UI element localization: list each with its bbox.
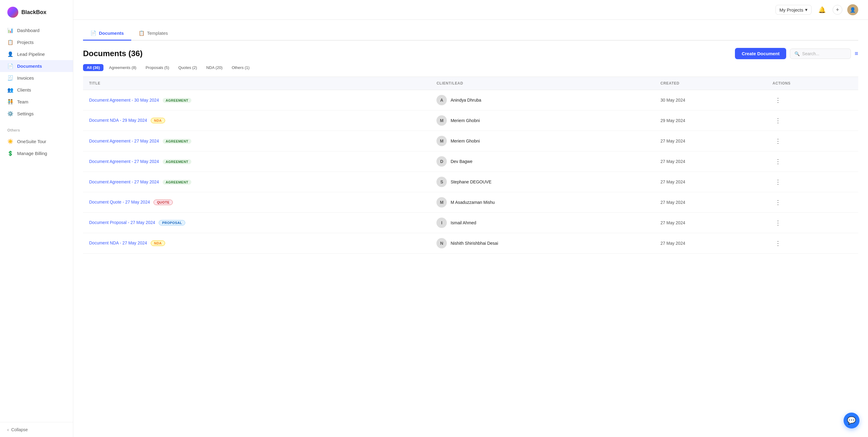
client-avatar-7: N — [436, 238, 447, 248]
add-button[interactable]: + — [833, 5, 842, 14]
content-area: 📄 Documents📋 Templates Documents (36) Cr… — [73, 20, 868, 437]
manage-billing-nav-icon: 💲 — [7, 151, 13, 156]
logo-icon — [7, 7, 18, 18]
doc-link-5[interactable]: Document Quote - 27 May 2024 — [89, 199, 150, 205]
main-area: My Projects ▾ 🔔 + 👤 📄 Documents📋 Templat… — [73, 0, 868, 437]
actions-menu-button-1[interactable]: ⋮ — [772, 116, 783, 125]
client-name-2: Meriem Ghobni — [451, 138, 480, 144]
client-name-7: Nishith Shirishbhai Desai — [451, 241, 498, 246]
sidebar-item-invoices[interactable]: 🧾 Invoices — [0, 72, 73, 84]
actions-menu-button-7[interactable]: ⋮ — [772, 239, 783, 248]
row-client-7: N Nishith Shirishbhai Desai — [430, 233, 654, 254]
sidebar-item-label-lead-pipeline: Lead Pipeline — [17, 52, 45, 57]
table-header: TITLECLIENT/LEADCREATEDACTIONS — [83, 77, 858, 90]
actions-menu-button-0[interactable]: ⋮ — [772, 96, 783, 104]
sidebar-item-dashboard[interactable]: 📊 Dashboard — [0, 24, 73, 36]
team-nav-icon: 🧑‍🤝‍🧑 — [7, 99, 13, 105]
topbar: My Projects ▾ 🔔 + 👤 — [73, 0, 868, 20]
col-header-client: CLIENT/LEAD — [430, 77, 654, 90]
row-client-5: M M Asaduzzaman Mishu — [430, 192, 654, 213]
sidebar-item-label-manage-billing: Manage Billing — [17, 151, 47, 156]
row-client-1: M Meriem Ghobni — [430, 111, 654, 131]
sidebar-item-label-dashboard: Dashboard — [17, 28, 39, 33]
sidebar-item-settings[interactable]: ⚙️ Settings — [0, 108, 73, 120]
sidebar-item-label-invoices: Invoices — [17, 75, 34, 81]
filter-all[interactable]: All (36) — [83, 64, 103, 71]
user-avatar[interactable]: 👤 — [847, 4, 858, 15]
sidebar-item-onesuite-tour[interactable]: ☀️ OneSuite Tour — [0, 135, 73, 147]
row-client-2: M Meriem Ghobni — [430, 131, 654, 151]
others-section-label: Others — [0, 123, 73, 134]
onesuite-tour-nav-icon: ☀️ — [7, 138, 13, 144]
table-row: Document Agreement - 27 May 2024 AGREEME… — [83, 131, 858, 151]
lead-pipeline-nav-icon: 👤 — [7, 51, 13, 57]
doc-link-7[interactable]: Document NDA - 27 May 2024 — [89, 241, 147, 245]
row-actions-6: ⋮ — [766, 213, 858, 233]
projects-dropdown[interactable]: My Projects ▾ — [776, 5, 811, 14]
doc-link-0[interactable]: Document Agreement - 30 May 2024 — [89, 98, 159, 102]
logo[interactable]: BlackBox — [0, 0, 73, 23]
row-client-3: D Dev Bagwe — [430, 151, 654, 172]
tab-documents[interactable]: 📄 Documents — [83, 27, 131, 40]
row-title-0: Document Agreement - 30 May 2024 AGREEME… — [83, 90, 430, 111]
collapse-button[interactable]: ‹ Collapse — [7, 427, 66, 432]
row-actions-0: ⋮ — [766, 90, 858, 111]
filter-others[interactable]: Others (1) — [228, 64, 253, 71]
badge-1: NDA — [151, 118, 165, 123]
doc-link-4[interactable]: Document Agreement - 27 May 2024 — [89, 180, 159, 184]
filter-proposals[interactable]: Proposals (5) — [142, 64, 173, 71]
actions-menu-button-6[interactable]: ⋮ — [772, 218, 783, 227]
list-view-icon[interactable]: ≡ — [855, 50, 858, 57]
sidebar-item-label-clients: Clients — [17, 87, 31, 92]
templates-tab-icon: 📋 — [138, 30, 145, 36]
row-title-4: Document Agreement - 27 May 2024 AGREEME… — [83, 172, 430, 192]
sidebar-item-documents[interactable]: 📄 Documents — [0, 60, 73, 72]
collapse-chevron-icon: ‹ — [7, 427, 9, 432]
notification-bell[interactable]: 🔔 — [816, 4, 828, 15]
col-header-actions: ACTIONS — [766, 77, 858, 90]
row-client-0: A Anindya Dhruba — [430, 90, 654, 111]
search-box[interactable]: 🔍 Search... — [790, 49, 851, 59]
sidebar-item-lead-pipeline[interactable]: 👤 Lead Pipeline — [0, 48, 73, 60]
badge-3: AGREEMENT — [163, 159, 191, 164]
badge-7: NDA — [151, 241, 165, 246]
sidebar-item-label-onesuite-tour: OneSuite Tour — [17, 139, 46, 144]
documents-nav-icon: 📄 — [7, 63, 13, 69]
avatar-initials: 👤 — [850, 7, 856, 13]
doc-link-6[interactable]: Document Proposal - 27 May 2024 — [89, 220, 155, 225]
chat-icon: 💬 — [847, 416, 856, 425]
actions-menu-button-2[interactable]: ⋮ — [772, 137, 783, 145]
sidebar-item-clients[interactable]: 👥 Clients — [0, 84, 73, 96]
sidebar-bottom: ‹ Collapse — [0, 422, 73, 437]
badge-6: PROPOSAL — [159, 220, 185, 225]
actions-menu-button-4[interactable]: ⋮ — [772, 178, 783, 186]
doc-link-1[interactable]: Document NDA - 29 May 2024 — [89, 118, 147, 123]
doc-link-3[interactable]: Document Agreement - 27 May 2024 — [89, 159, 159, 164]
row-created-4: 27 May 2024 — [654, 172, 766, 192]
chat-bubble[interactable]: 💬 — [844, 413, 860, 429]
create-document-button[interactable]: Create Document — [735, 48, 786, 59]
client-avatar-0: A — [436, 95, 447, 105]
row-actions-3: ⋮ — [766, 151, 858, 172]
chevron-down-icon: ▾ — [805, 7, 808, 12]
filter-quotes[interactable]: Quotes (2) — [175, 64, 200, 71]
projects-label: My Projects — [779, 7, 803, 12]
others-nav: ☀️ OneSuite Tour💲 Manage Billing — [0, 134, 73, 163]
sidebar-item-projects[interactable]: 📋 Projects — [0, 36, 73, 48]
tab-templates[interactable]: 📋 Templates — [131, 27, 175, 40]
actions-menu-button-3[interactable]: ⋮ — [772, 157, 783, 166]
sidebar-item-team[interactable]: 🧑‍🤝‍🧑 Team — [0, 96, 73, 108]
filter-agreements[interactable]: Agreements (8) — [105, 64, 140, 71]
sidebar-item-manage-billing[interactable]: 💲 Manage Billing — [0, 147, 73, 159]
row-client-6: I Ismail Ahmed — [430, 213, 654, 233]
row-actions-1: ⋮ — [766, 111, 858, 131]
client-avatar-5: M — [436, 197, 447, 208]
actions-menu-button-5[interactable]: ⋮ — [772, 198, 783, 207]
table-row: Document NDA - 27 May 2024 NDA N Nishith… — [83, 233, 858, 254]
row-created-1: 29 May 2024 — [654, 111, 766, 131]
table-row: Document Proposal - 27 May 2024 PROPOSAL… — [83, 213, 858, 233]
doc-link-2[interactable]: Document Agreement - 27 May 2024 — [89, 138, 159, 144]
filter-nda[interactable]: NDA (20) — [203, 64, 226, 71]
client-name-0: Anindya Dhruba — [451, 98, 481, 102]
client-name-4: Stephane DEGOUVE — [451, 180, 491, 184]
